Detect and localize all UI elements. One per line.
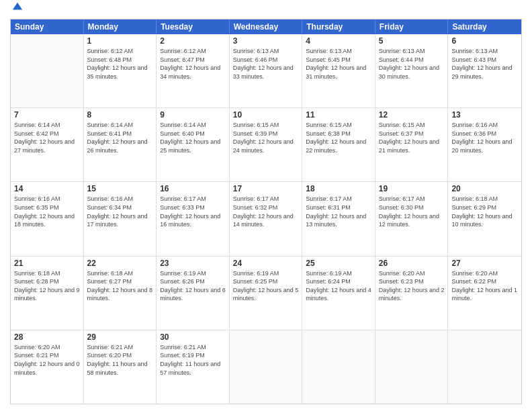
week-row-4: 28Sunrise: 6:20 AM Sunset: 6:21 PM Dayli… [11,330,521,404]
cell-info: Sunrise: 6:15 AM Sunset: 6:38 PM Dayligh… [306,121,371,154]
cell-info: Sunrise: 6:20 AM Sunset: 6:23 PM Dayligh… [379,269,445,303]
cal-cell-3-5: 26Sunrise: 6:20 AM Sunset: 6:23 PM Dayli… [375,257,449,330]
day-number: 6 [451,36,518,46]
cell-info: Sunrise: 6:17 AM Sunset: 6:30 PM Dayligh… [379,195,445,228]
day-number: 8 [87,110,153,120]
cell-info: Sunrise: 6:21 AM Sunset: 6:19 PM Dayligh… [160,343,226,377]
cal-cell-1-1: 8Sunrise: 6:14 AM Sunset: 6:41 PM Daylig… [84,108,157,181]
week-row-3: 21Sunrise: 6:18 AM Sunset: 6:28 PM Dayli… [11,257,521,330]
cal-cell-0-1: 1Sunrise: 6:12 AM Sunset: 6:48 PM Daylig… [84,34,157,107]
cal-cell-1-5: 12Sunrise: 6:15 AM Sunset: 6:37 PM Dayli… [375,108,449,181]
page: SundayMondayTuesdayWednesdayThursdayFrid… [0,0,532,411]
cell-info: Sunrise: 6:20 AM Sunset: 6:21 PM Dayligh… [14,343,80,377]
cal-cell-3-1: 22Sunrise: 6:18 AM Sunset: 6:27 PM Dayli… [84,257,157,330]
cal-cell-2-5: 19Sunrise: 6:17 AM Sunset: 6:30 PM Dayli… [375,182,449,255]
header-day-thursday: Thursday [302,19,375,34]
day-number: 10 [233,110,299,120]
cal-cell-2-2: 16Sunrise: 6:17 AM Sunset: 6:33 PM Dayli… [157,182,230,255]
cal-cell-0-0 [11,34,84,107]
cell-info: Sunrise: 6:13 AM Sunset: 6:44 PM Dayligh… [379,47,445,81]
cal-cell-4-1: 29Sunrise: 6:21 AM Sunset: 6:20 PM Dayli… [84,330,157,404]
cell-info: Sunrise: 6:14 AM Sunset: 6:41 PM Dayligh… [87,121,153,154]
cell-info: Sunrise: 6:17 AM Sunset: 6:33 PM Dayligh… [160,195,226,228]
cell-info: Sunrise: 6:13 AM Sunset: 6:43 PM Dayligh… [451,47,518,81]
cell-info: Sunrise: 6:17 AM Sunset: 6:32 PM Dayligh… [233,195,299,228]
cell-info: Sunrise: 6:13 AM Sunset: 6:46 PM Dayligh… [233,47,299,81]
day-number: 27 [451,259,518,268]
cell-info: Sunrise: 6:19 AM Sunset: 6:25 PM Dayligh… [233,269,299,303]
header-day-wednesday: Wednesday [230,19,303,34]
day-number: 28 [14,332,80,342]
cal-cell-1-6: 13Sunrise: 6:16 AM Sunset: 6:36 PM Dayli… [448,108,521,181]
cell-info: Sunrise: 6:14 AM Sunset: 6:40 PM Dayligh… [160,121,226,154]
cal-cell-4-3 [230,330,303,404]
header-day-tuesday: Tuesday [157,19,230,34]
cal-cell-3-0: 21Sunrise: 6:18 AM Sunset: 6:28 PM Dayli… [11,257,84,330]
header [10,7,522,13]
cal-cell-1-2: 9Sunrise: 6:14 AM Sunset: 6:40 PM Daylig… [157,108,230,181]
day-number: 13 [451,110,518,120]
calendar-body: 1Sunrise: 6:12 AM Sunset: 6:48 PM Daylig… [11,34,521,404]
cal-cell-0-3: 3Sunrise: 6:13 AM Sunset: 6:46 PM Daylig… [230,34,303,107]
cell-info: Sunrise: 6:12 AM Sunset: 6:47 PM Dayligh… [160,47,226,81]
header-day-sunday: Sunday [11,19,84,34]
day-number: 14 [14,184,80,193]
day-number: 30 [160,332,226,342]
cal-cell-2-3: 17Sunrise: 6:17 AM Sunset: 6:32 PM Dayli… [230,182,303,255]
header-day-monday: Monday [84,19,157,34]
day-number: 20 [451,184,518,193]
cal-cell-4-5 [375,330,449,404]
cell-info: Sunrise: 6:21 AM Sunset: 6:20 PM Dayligh… [87,343,153,377]
cal-cell-1-0: 7Sunrise: 6:14 AM Sunset: 6:42 PM Daylig… [11,108,84,181]
day-number: 17 [233,184,299,193]
cal-cell-1-3: 10Sunrise: 6:15 AM Sunset: 6:39 PM Dayli… [230,108,303,181]
day-number: 5 [379,36,445,46]
header-day-friday: Friday [375,19,449,34]
cal-cell-2-0: 14Sunrise: 6:16 AM Sunset: 6:35 PM Dayli… [11,182,84,255]
day-number: 23 [160,259,226,268]
day-number: 4 [306,36,371,46]
cell-info: Sunrise: 6:20 AM Sunset: 6:22 PM Dayligh… [451,269,518,303]
week-row-1: 7Sunrise: 6:14 AM Sunset: 6:42 PM Daylig… [11,108,521,182]
cal-cell-3-4: 25Sunrise: 6:19 AM Sunset: 6:24 PM Dayli… [302,257,375,330]
cell-info: Sunrise: 6:16 AM Sunset: 6:34 PM Dayligh… [87,195,153,228]
day-number: 7 [14,110,80,120]
day-number: 18 [306,184,371,193]
cell-info: Sunrise: 6:13 AM Sunset: 6:45 PM Dayligh… [306,47,371,81]
day-number: 29 [87,332,153,342]
day-number: 15 [87,184,153,193]
cal-cell-4-0: 28Sunrise: 6:20 AM Sunset: 6:21 PM Dayli… [11,330,84,404]
cell-info: Sunrise: 6:15 AM Sunset: 6:37 PM Dayligh… [379,121,445,154]
cal-cell-0-5: 5Sunrise: 6:13 AM Sunset: 6:44 PM Daylig… [375,34,449,107]
day-number: 21 [14,259,80,268]
cell-info: Sunrise: 6:18 AM Sunset: 6:27 PM Dayligh… [87,269,153,303]
cell-info: Sunrise: 6:16 AM Sunset: 6:36 PM Dayligh… [451,121,518,154]
day-number: 12 [379,110,445,120]
cal-cell-2-4: 18Sunrise: 6:17 AM Sunset: 6:31 PM Dayli… [302,182,375,255]
day-number: 26 [379,259,445,268]
cell-info: Sunrise: 6:19 AM Sunset: 6:24 PM Dayligh… [306,269,371,303]
cell-info: Sunrise: 6:12 AM Sunset: 6:48 PM Dayligh… [87,47,153,81]
cell-info: Sunrise: 6:14 AM Sunset: 6:42 PM Dayligh… [14,121,80,154]
svg-marker-0 [13,3,22,10]
calendar-header: SundayMondayTuesdayWednesdayThursdayFrid… [11,19,521,34]
week-row-0: 1Sunrise: 6:12 AM Sunset: 6:48 PM Daylig… [11,34,521,108]
cal-cell-0-4: 4Sunrise: 6:13 AM Sunset: 6:45 PM Daylig… [302,34,375,107]
logo [10,7,24,13]
logo-text [10,7,24,13]
day-number: 16 [160,184,226,193]
cal-cell-3-3: 24Sunrise: 6:19 AM Sunset: 6:25 PM Dayli… [230,257,303,330]
cal-cell-3-2: 23Sunrise: 6:19 AM Sunset: 6:26 PM Dayli… [157,257,230,330]
cell-info: Sunrise: 6:17 AM Sunset: 6:31 PM Dayligh… [306,195,371,228]
cal-cell-4-4 [302,330,375,404]
cell-info: Sunrise: 6:18 AM Sunset: 6:28 PM Dayligh… [14,269,80,303]
cell-info: Sunrise: 6:15 AM Sunset: 6:39 PM Dayligh… [233,121,299,154]
day-number: 19 [379,184,445,193]
day-number: 3 [233,36,299,46]
cal-cell-1-4: 11Sunrise: 6:15 AM Sunset: 6:38 PM Dayli… [302,108,375,181]
cal-cell-3-6: 27Sunrise: 6:20 AM Sunset: 6:22 PM Dayli… [448,257,521,330]
week-row-2: 14Sunrise: 6:16 AM Sunset: 6:35 PM Dayli… [11,182,521,256]
header-day-saturday: Saturday [448,19,521,34]
cell-info: Sunrise: 6:19 AM Sunset: 6:26 PM Dayligh… [160,269,226,303]
day-number: 24 [233,259,299,268]
